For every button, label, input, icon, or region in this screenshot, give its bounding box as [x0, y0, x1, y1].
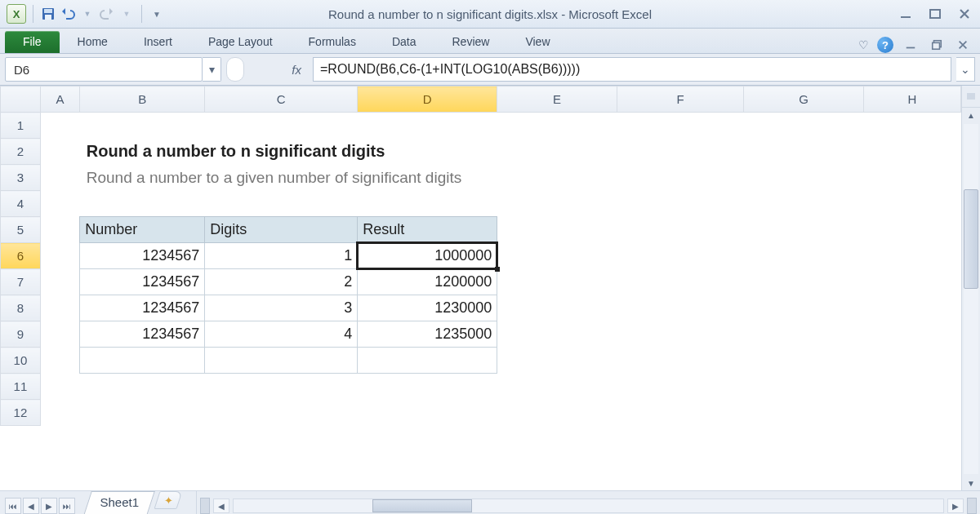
qat-divider: [33, 5, 33, 23]
customize-qat-icon[interactable]: ▼: [149, 6, 165, 22]
worksheet-area: A B C D E F G H 1 2 Round a number to n …: [0, 86, 980, 490]
workbook-minimize-button[interactable]: [902, 38, 920, 52]
cell-b8[interactable]: 1234567: [80, 295, 205, 321]
table-header-number[interactable]: Number: [80, 217, 205, 243]
col-header-a[interactable]: A: [40, 86, 79, 113]
new-sheet-button[interactable]: ✦: [154, 491, 182, 509]
row-header-3[interactable]: 3: [1, 165, 41, 191]
tab-review[interactable]: Review: [434, 31, 508, 53]
hscroll-track[interactable]: [233, 498, 944, 513]
tab-split-handle[interactable]: [200, 498, 210, 514]
tab-insert[interactable]: Insert: [126, 31, 190, 53]
cell-b10[interactable]: [80, 348, 205, 374]
row-header-4[interactable]: 4: [1, 191, 41, 217]
cell-d8[interactable]: 1230000: [358, 295, 497, 321]
scroll-up-icon[interactable]: ▲: [962, 108, 980, 122]
sheet-nav-last-icon[interactable]: ⏭: [59, 498, 75, 514]
col-header-h[interactable]: H: [863, 86, 960, 113]
tab-home[interactable]: Home: [60, 31, 126, 53]
scroll-left-icon[interactable]: ◀: [213, 498, 229, 513]
name-box[interactable]: D6: [5, 57, 203, 82]
hscroll-thumb[interactable]: [372, 499, 472, 512]
formula-expand-icon[interactable]: ⌄: [956, 57, 975, 82]
col-header-b[interactable]: B: [80, 86, 205, 113]
svg-rect-2: [45, 15, 51, 20]
cancel-formula-icon[interactable]: [226, 57, 244, 82]
cell-b9[interactable]: 1234567: [80, 321, 205, 348]
help-icon[interactable]: ?: [877, 37, 893, 53]
split-handle-right[interactable]: [967, 498, 977, 514]
row-header-8[interactable]: 8: [1, 295, 41, 321]
select-all-corner[interactable]: [1, 86, 41, 113]
row-header-6[interactable]: 6: [1, 243, 41, 269]
tab-formulas[interactable]: Formulas: [291, 31, 374, 53]
scroll-right-icon[interactable]: ▶: [947, 498, 964, 513]
col-header-f[interactable]: F: [617, 86, 744, 113]
cell-b6[interactable]: 1234567: [80, 243, 205, 269]
cell-d7[interactable]: 1200000: [358, 269, 497, 295]
ribbon-minimize-icon[interactable]: ♡: [858, 38, 869, 51]
window-controls: [897, 7, 973, 21]
table-header-result[interactable]: Result: [358, 217, 497, 243]
sheet-nav-next-icon[interactable]: ▶: [41, 498, 57, 514]
vertical-scrollbar[interactable]: ▲ ▼: [961, 86, 980, 490]
row-header-9[interactable]: 9: [1, 321, 41, 348]
row-header-1[interactable]: 1: [1, 113, 41, 139]
row-header-5[interactable]: 5: [1, 217, 41, 243]
file-tab[interactable]: File: [5, 31, 60, 53]
sheet-nav-prev-icon[interactable]: ◀: [23, 498, 39, 514]
cell-c8[interactable]: 3: [205, 295, 358, 321]
maximize-button[interactable]: [926, 7, 944, 21]
svg-rect-1: [44, 9, 52, 13]
formula-input[interactable]: =ROUND(B6,C6-(1+INT(LOG10(ABS(B6))))): [313, 57, 951, 82]
cell-d9[interactable]: 1235000: [358, 321, 497, 348]
vscroll-track[interactable]: [964, 124, 978, 474]
row-header-10[interactable]: 10: [1, 348, 41, 374]
tab-data[interactable]: Data: [374, 31, 434, 53]
doc-title: Round a number to n significant digits: [85, 142, 385, 160]
formula-bar: D6 ▾ fx =ROUND(B6,C6-(1+INT(LOG10(ABS(B6…: [0, 54, 980, 86]
redo-icon[interactable]: [99, 6, 115, 22]
cell-b7[interactable]: 1234567: [80, 269, 205, 295]
workbook-close-button[interactable]: [954, 38, 972, 52]
cell-c7[interactable]: 2: [205, 269, 358, 295]
horizontal-scrollbar[interactable]: ◀ ▶: [196, 491, 980, 514]
cell-c9[interactable]: 4: [205, 321, 358, 348]
cell-d10[interactable]: [358, 348, 497, 374]
split-handle-top[interactable]: [962, 86, 980, 108]
table-header-digits[interactable]: Digits: [205, 217, 358, 243]
sheet-tab-sheet1[interactable]: Sheet1: [82, 491, 154, 514]
scroll-down-icon[interactable]: ▼: [962, 476, 980, 490]
undo-icon[interactable]: [60, 6, 76, 22]
svg-rect-3: [901, 16, 911, 18]
tab-view[interactable]: View: [507, 31, 568, 53]
workbook-restore-button[interactable]: [928, 38, 946, 52]
cell-c6[interactable]: 1: [205, 243, 358, 269]
row-header-7[interactable]: 7: [1, 269, 41, 295]
sheet-nav-first-icon[interactable]: ⏮: [5, 498, 21, 514]
save-icon[interactable]: [40, 6, 56, 22]
col-header-e[interactable]: E: [497, 86, 617, 113]
excel-logo-icon[interactable]: X: [7, 4, 26, 24]
cell-c10[interactable]: [205, 348, 358, 374]
row-header-12[interactable]: 12: [1, 400, 41, 426]
col-header-g[interactable]: G: [744, 86, 863, 113]
spreadsheet-grid[interactable]: A B C D E F G H 1 2 Round a number to n …: [0, 86, 961, 426]
close-button[interactable]: [956, 7, 973, 21]
vscroll-thumb[interactable]: [964, 189, 978, 289]
redo-more-icon[interactable]: ▼: [118, 6, 135, 22]
undo-more-icon[interactable]: ▼: [79, 6, 96, 22]
sheet-tab-bar: ⏮ ◀ ▶ ⏭ Sheet1 ✦ ◀ ▶: [0, 490, 980, 514]
col-header-d[interactable]: D: [358, 86, 497, 113]
name-box-dropdown-icon[interactable]: ▾: [203, 57, 221, 82]
qat-divider-2: [141, 5, 142, 23]
tab-page-layout[interactable]: Page Layout: [190, 31, 291, 53]
minimize-button[interactable]: [897, 7, 915, 21]
svg-rect-7: [933, 42, 940, 49]
cell-d6[interactable]: 1000000: [358, 243, 497, 269]
insert-function-button[interactable]: fx: [252, 57, 308, 82]
row-header-11[interactable]: 11: [1, 374, 41, 400]
row-header-2[interactable]: 2: [1, 139, 41, 165]
title-bar: X ▼ ▼ ▼ Round a number to n significant …: [0, 0, 980, 29]
col-header-c[interactable]: C: [205, 86, 358, 113]
